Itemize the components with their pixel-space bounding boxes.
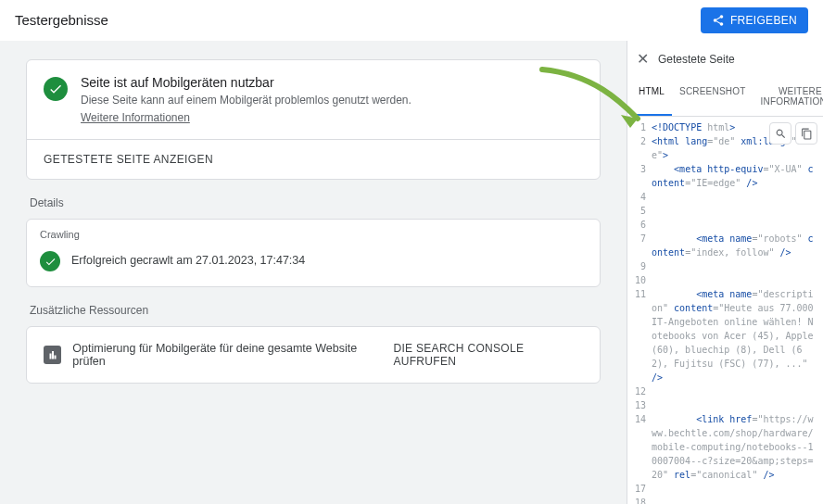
analytics-icon <box>44 346 61 364</box>
more-info-link[interactable]: Weitere Informationen <box>81 111 190 124</box>
results-column: Seite ist auf Mobilgeräten nutzbar Diese… <box>0 41 627 504</box>
page-title: Testergebnisse <box>15 12 108 28</box>
code-line: 6 <box>627 218 823 232</box>
resource-card: Optimierung für Mobilgeräte für deine ge… <box>26 326 601 384</box>
tab-more-info[interactable]: WEITEREINFORMATIONEN <box>753 77 823 116</box>
resources-label: Zusätzliche Ressourcen <box>30 304 597 317</box>
top-bar: Testergebnisse FREIGEBEN <box>0 0 823 41</box>
tab-html[interactable]: HTML <box>631 77 672 116</box>
crawl-card[interactable]: Crawling Erfolgreich gecrawlt am 27.01.2… <box>26 219 601 287</box>
code-line: 10 <box>627 273 823 287</box>
code-line: 11 <meta name="description" content="Heu… <box>627 287 823 384</box>
code-view[interactable]: 1<!DOCTYPE html>2<html lang="de" xml:lan… <box>627 117 823 504</box>
share-label: FREIGEBEN <box>730 14 797 27</box>
code-line: 13 <box>627 398 823 412</box>
main-area: Seite ist auf Mobilgeräten nutzbar Diese… <box>0 41 823 504</box>
code-line: 18 <box>627 496 823 504</box>
share-button[interactable]: FREIGEBEN <box>701 7 808 33</box>
crawl-label: Crawling <box>40 229 587 240</box>
code-line: 9 <box>627 259 823 273</box>
success-icon <box>40 251 60 271</box>
code-line: 14 <link href="https://www.bechtle.com/s… <box>627 412 823 482</box>
code-line: 7 <meta name="robots" content="index, fo… <box>627 232 823 259</box>
code-line: 17 <box>627 482 823 496</box>
status-card: Seite ist auf Mobilgeräten nutzbar Diese… <box>26 59 601 180</box>
panel-title: Getestete Seite <box>658 53 735 66</box>
status-heading: Seite ist auf Mobilgeräten nutzbar <box>81 75 412 90</box>
search-code-button[interactable] <box>769 122 791 145</box>
share-icon <box>712 14 725 27</box>
code-line: 4 <box>627 190 823 204</box>
details-label: Details <box>30 196 597 209</box>
success-icon <box>44 77 68 101</box>
close-icon[interactable]: ✕ <box>637 50 649 68</box>
code-line: 5 <box>627 204 823 218</box>
panel-tabs: HTML SCREENSHOT WEITEREINFORMATIONEN <box>627 77 823 117</box>
side-panel: ✕ Getestete Seite HTML SCREENSHOT WEITER… <box>627 41 823 504</box>
code-line: 3 <meta http-equiv="X-UA" content="IE=ed… <box>627 162 823 190</box>
crawl-result-text: Erfolgreich gecrawlt am 27.01.2023, 17:4… <box>71 254 305 267</box>
tab-screenshot[interactable]: SCREENSHOT <box>672 77 753 116</box>
copy-code-button[interactable] <box>795 122 817 145</box>
view-tested-page-button[interactable]: GETESTETE SEITE ANZEIGEN <box>27 139 600 179</box>
status-subtext: Diese Seite kann auf einem Mobilgerät pr… <box>81 94 412 107</box>
open-search-console-button[interactable]: DIE SEARCH CONSOLE AUFRUFEN <box>393 342 583 368</box>
code-line: 12 <box>627 384 823 398</box>
resource-text: Optimierung für Mobilgeräte für deine ge… <box>72 342 382 368</box>
